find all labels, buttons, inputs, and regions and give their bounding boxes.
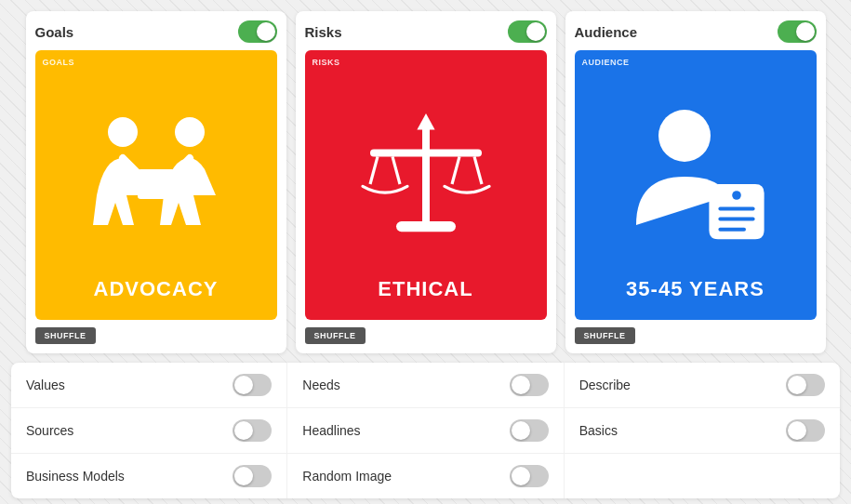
scales-icon <box>352 99 500 247</box>
svg-line-7 <box>370 156 378 184</box>
toggle-item-2-1: Random Image <box>287 454 564 498</box>
svg-rect-4 <box>422 121 430 225</box>
svg-rect-5 <box>396 221 456 232</box>
toggle-item-0-1: Needs <box>287 363 564 407</box>
card-audience-toggle[interactable] <box>778 20 817 43</box>
card-goals-label: ADVOCACY <box>94 277 219 320</box>
svg-point-3 <box>175 117 205 147</box>
card-goals-icon <box>82 50 231 277</box>
card-audience-title: Audience <box>575 24 638 40</box>
toggle-item-1-0: Sources <box>11 408 287 453</box>
svg-line-10 <box>474 156 482 184</box>
card-risks-category: RISKS <box>312 58 340 67</box>
svg-rect-6 <box>370 149 482 156</box>
toggle-label-2-0: Business Models <box>26 469 125 484</box>
card-audience-label: 35-45 YEARS <box>626 277 765 320</box>
card-risks-icon <box>352 50 500 277</box>
toggle-switch-2-0[interactable] <box>233 465 272 487</box>
card-goals-shuffle[interactable]: SHUFFLE <box>35 327 96 344</box>
toggle-switch-0-0[interactable] <box>233 374 272 396</box>
toggle-switch-1-1[interactable] <box>510 419 549 442</box>
card-risks-toggle[interactable] <box>508 20 547 43</box>
toggle-row-1: SourcesHeadlinesBasics <box>11 408 840 454</box>
toggle-row-0: ValuesNeedsDescribe <box>11 363 840 408</box>
card-audience-category: AUDIENCE <box>582 58 630 67</box>
toggle-label-1-1: Headlines <box>302 423 360 438</box>
card-risks-shuffle[interactable]: SHUFFLE <box>305 327 366 344</box>
card-audience-icon <box>621 50 770 277</box>
svg-line-8 <box>392 156 400 184</box>
toggle-label-1-0: Sources <box>26 423 73 438</box>
card-risks-image: RISKS ETHICAL <box>305 50 547 320</box>
card-goals-title: Goals <box>35 24 74 40</box>
card-audience-image: AUDIENCE 35-45 YEARS <box>575 50 817 320</box>
toggle-label-2-1: Random Image <box>302 469 392 484</box>
card-goals-category: GOALS <box>43 58 75 67</box>
card-goals-toggle[interactable] <box>238 20 277 43</box>
toggle-label-0-0: Values <box>26 378 65 392</box>
toggle-item-1-1: Headlines <box>287 408 564 453</box>
svg-marker-11 <box>417 113 434 130</box>
svg-point-0 <box>108 117 138 147</box>
toggle-switch-2-1[interactable] <box>510 465 549 487</box>
toggle-label-1-2: Basics <box>579 423 618 438</box>
card-risks-label: ETHICAL <box>378 277 472 320</box>
toggle-label-0-2: Describe <box>579 378 631 392</box>
card-risks-header: Risks <box>305 20 547 43</box>
toggle-switch-1-0[interactable] <box>233 419 272 442</box>
svg-line-9 <box>452 156 459 184</box>
card-audience: AudienceAUDIENCE 35-45 YEARSSHUFFLE <box>565 11 826 353</box>
card-risks-title: Risks <box>305 24 342 40</box>
svg-point-13 <box>732 191 741 200</box>
toggle-switch-0-1[interactable] <box>510 374 549 396</box>
toggle-row-2: Business ModelsRandom Image <box>11 454 840 498</box>
toggles-grid: ValuesNeedsDescribeSourcesHeadlinesBasic… <box>11 363 840 498</box>
card-goals-header: Goals <box>35 20 277 43</box>
card-audience-shuffle[interactable]: SHUFFLE <box>575 327 635 344</box>
advocacy-icon <box>82 99 231 247</box>
toggle-item-0-2: Describe <box>565 363 840 407</box>
card-goals-image: GOALS ADVOCACY <box>35 50 277 320</box>
card-risks: RisksRISKS ETHICALSH <box>296 11 556 353</box>
toggle-item-0-0: Values <box>11 363 287 407</box>
card-audience-header: Audience <box>575 20 817 43</box>
svg-point-12 <box>658 110 711 162</box>
person-tag-icon <box>621 99 770 247</box>
toggle-switch-1-2[interactable] <box>786 419 825 442</box>
toggle-item-1-2: Basics <box>565 408 840 453</box>
toggle-switch-0-2[interactable] <box>786 374 825 396</box>
main-container: GoalsGOALS ADVOCACYSHUFFLERisksRISKS <box>11 11 840 498</box>
card-goals: GoalsGOALS ADVOCACYSHUFFLE <box>26 11 286 353</box>
toggle-item-2-0: Business Models <box>11 454 287 498</box>
toggle-label-0-1: Needs <box>302 378 339 392</box>
cards-row: GoalsGOALS ADVOCACYSHUFFLERisksRISKS <box>11 11 840 353</box>
